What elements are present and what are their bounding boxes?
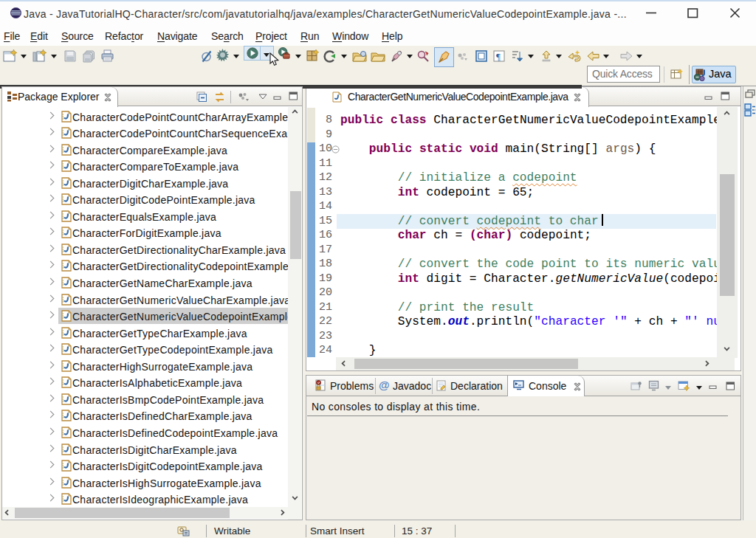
svg-text:¶: ¶ — [496, 51, 501, 62]
